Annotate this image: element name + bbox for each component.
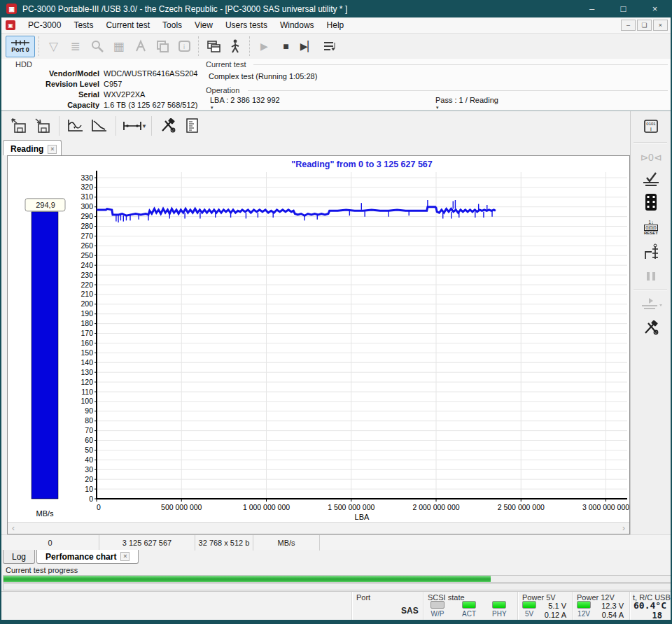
run-script-icon[interactable] bbox=[318, 36, 340, 57]
tab-close-icon[interactable]: × bbox=[48, 145, 57, 154]
progress-label: Current test progress bbox=[6, 566, 78, 574]
chart-settings-icon[interactable] bbox=[156, 115, 180, 136]
svg-text:50: 50 bbox=[85, 446, 93, 454]
svg-text:294,9: 294,9 bbox=[36, 201, 55, 209]
minimize-button[interactable]: – bbox=[576, 0, 608, 17]
tab-reading[interactable]: Reading × bbox=[3, 140, 62, 155]
close-button[interactable]: × bbox=[639, 0, 671, 17]
revision-label: Revision Level bbox=[1, 80, 99, 88]
maximize-button[interactable]: □ bbox=[608, 0, 639, 17]
right-toolbar: 0101i ⊳0⊲ 1↓ 0|0|0 RESET bbox=[630, 111, 671, 535]
range-dropdown-icon[interactable]: ▼ bbox=[141, 123, 147, 129]
hdd-row: Serial WXV2P2XA bbox=[1, 90, 200, 99]
drive-passport-icon[interactable]: 0101i bbox=[638, 117, 664, 136]
menu-view[interactable]: View bbox=[188, 18, 219, 32]
chart-hscrollbar[interactable]: ‹ › bbox=[8, 522, 629, 534]
progress-fill bbox=[4, 576, 491, 582]
overall-progressbar bbox=[3, 583, 671, 590]
status-cell-end: 3 125 627 567 bbox=[99, 535, 195, 551]
act-led-label: ACT bbox=[462, 610, 476, 618]
svg-text:190: 190 bbox=[80, 309, 93, 318]
wp-led-label: W/P bbox=[431, 610, 444, 618]
act-led bbox=[462, 601, 476, 609]
svg-text:i: i bbox=[183, 43, 185, 50]
menu-bar: PC-3000 Tests Current test Tools View Us… bbox=[1, 17, 671, 34]
svg-text:40: 40 bbox=[85, 455, 93, 464]
performance-chart[interactable]: 0102030405060708090100110120130140150160… bbox=[8, 156, 629, 522]
defect-table-icon: ▦ bbox=[108, 36, 130, 57]
tab-reading-label: Reading bbox=[10, 144, 43, 154]
svg-text:310: 310 bbox=[80, 192, 93, 201]
utility-select-icon: ▽ bbox=[43, 36, 64, 57]
window-frame bbox=[1, 620, 671, 624]
passport-icon: i bbox=[173, 36, 195, 57]
range-select-icon[interactable] bbox=[120, 115, 144, 136]
tab-performance-chart[interactable]: Perfomance chart × bbox=[36, 550, 139, 564]
run-person-icon[interactable] bbox=[224, 36, 246, 57]
svg-text:30: 30 bbox=[85, 465, 93, 474]
svg-text:270: 270 bbox=[80, 232, 93, 240]
windows-copy-icon[interactable] bbox=[202, 36, 224, 57]
port0-button[interactable]: Port 0 bbox=[6, 36, 35, 57]
hdd-row: Revision Level C957 bbox=[1, 80, 200, 88]
svg-text:130: 130 bbox=[80, 368, 93, 376]
menu-users-tests[interactable]: Users tests bbox=[219, 18, 274, 32]
hdd-row: Vendor/Model WDC/WUSTR6416ASS204 bbox=[1, 69, 200, 78]
app-menu-icon[interactable] bbox=[6, 20, 15, 30]
toolbar-separator bbox=[151, 116, 152, 136]
power5-led-label: 5V bbox=[525, 610, 533, 618]
power12-led-label: 12V bbox=[578, 610, 590, 618]
scroll-left-icon[interactable]: ‹ bbox=[12, 523, 15, 533]
current-test-header: Current test bbox=[206, 60, 246, 69]
tab-close-icon[interactable]: × bbox=[120, 552, 130, 561]
mdi-close-button[interactable]: × bbox=[653, 20, 668, 31]
mdi-minimize-button[interactable]: – bbox=[621, 20, 636, 31]
stop-icon[interactable]: ■ bbox=[275, 36, 297, 57]
power12-led bbox=[577, 601, 591, 609]
temperature-sub-value: 18 bbox=[652, 611, 662, 621]
scroll-right-icon[interactable]: › bbox=[622, 523, 625, 533]
rule bbox=[253, 64, 668, 65]
reset-counter-icon[interactable]: 1↓ 0|0|0 RESET bbox=[638, 218, 664, 237]
operation-pass: Pass : 1 / Reading bbox=[435, 96, 498, 104]
menu-windows[interactable]: Windows bbox=[274, 18, 321, 32]
report-icon[interactable] bbox=[180, 115, 204, 136]
svg-text:320: 320 bbox=[80, 183, 93, 191]
temperature-cell: t, R/C USB 60.4°C 18 bbox=[629, 592, 672, 621]
menu-pc3000[interactable]: PC-3000 bbox=[22, 18, 67, 32]
svg-text:90: 90 bbox=[85, 406, 93, 415]
play-icon: ▶ bbox=[253, 36, 275, 57]
firmware-icon[interactable] bbox=[638, 192, 664, 212]
menu-tests[interactable]: Tests bbox=[67, 18, 99, 32]
svg-text:120: 120 bbox=[80, 378, 93, 386]
head-map-icon[interactable] bbox=[638, 243, 664, 262]
utility-tools-icon[interactable] bbox=[638, 318, 664, 338]
svg-text:300: 300 bbox=[80, 202, 93, 211]
svg-text:70: 70 bbox=[85, 426, 93, 434]
decline-chart-icon[interactable] bbox=[88, 115, 111, 136]
menu-tools[interactable]: Tools bbox=[156, 18, 188, 32]
temperature-value: 60.4°C bbox=[634, 600, 666, 611]
app-logo-icon bbox=[6, 3, 17, 14]
toolbar-separator bbox=[198, 36, 199, 56]
copy-icon bbox=[151, 36, 173, 57]
svg-text:1 000 000 000: 1 000 000 000 bbox=[243, 503, 290, 511]
toolbar-separator bbox=[249, 36, 250, 56]
power12-volts: 12.3 V bbox=[601, 602, 624, 610]
menu-help[interactable]: Help bbox=[321, 18, 351, 32]
task-list-icon: ≣ bbox=[64, 36, 86, 57]
current-test-status: Complex test (Running 1:05:28) bbox=[209, 72, 317, 80]
mdi-restore-button[interactable]: ❏ bbox=[637, 20, 652, 31]
zero-track-icon: ⊳0⊲ bbox=[638, 148, 664, 167]
save-chart-icon[interactable] bbox=[31, 115, 55, 136]
window-title: PC-3000 Portable-III /USB 3.0/ - the Cze… bbox=[22, 4, 347, 14]
menu-current-test[interactable]: Current test bbox=[99, 18, 156, 32]
operation-lba: LBA : 2 386 132 992 bbox=[210, 96, 280, 104]
step-forward-icon[interactable]: ▶▏ bbox=[297, 36, 318, 57]
tab-log[interactable]: Log bbox=[3, 550, 35, 564]
wave-chart-icon[interactable] bbox=[64, 115, 88, 136]
drive-test-ok-icon[interactable] bbox=[638, 170, 664, 190]
wp-led bbox=[430, 601, 444, 609]
load-chart-icon[interactable] bbox=[7, 115, 31, 136]
bottom-tab-row: Log Perfomance chart × bbox=[1, 550, 671, 565]
